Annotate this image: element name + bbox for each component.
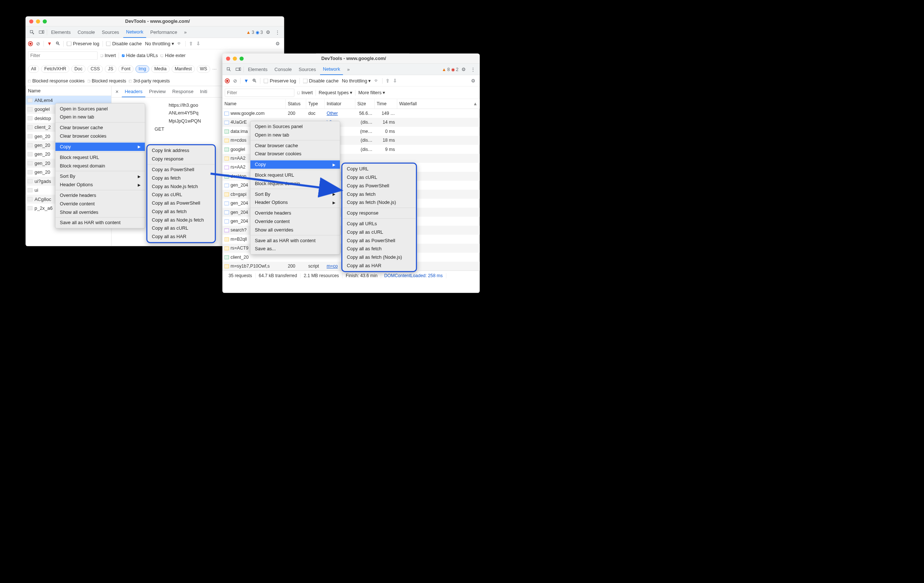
disable-cache-checkbox[interactable]: Disable cache <box>106 41 142 46</box>
menu-item-copy-all-urls[interactable]: Copy all URLs <box>343 220 416 228</box>
menu-item-copy-url[interactable]: Copy URL <box>343 165 416 173</box>
inspect-icon[interactable] <box>225 65 233 73</box>
copy-submenu-right[interactable]: Copy URLCopy as cURLCopy as PowerShellCo… <box>342 163 417 272</box>
filter-pill-all[interactable]: All <box>28 66 39 73</box>
third-party-checkbox[interactable]: 3rd-party requests <box>129 78 170 84</box>
device-icon[interactable] <box>38 28 46 36</box>
menu-item-copy-all-as-fetch[interactable]: Copy all as fetch <box>343 245 416 253</box>
filter-icon[interactable]: ▼ <box>244 78 249 84</box>
subtab-response[interactable]: Response <box>169 86 196 97</box>
menu-item-block-request-url[interactable]: Block request URL <box>251 171 340 180</box>
col-waterfall[interactable]: Waterfall▲ <box>397 99 480 109</box>
device-icon[interactable] <box>234 65 243 73</box>
menu-item-override-content[interactable]: Override content <box>251 217 340 226</box>
blocked-cookies-checkbox[interactable]: Blocked response cookies <box>28 78 85 84</box>
minimize-light[interactable] <box>36 19 40 23</box>
context-menu-left[interactable]: Open in Sources panelOpen in new tabClea… <box>55 103 145 228</box>
kebab-icon[interactable]: ⋮ <box>274 30 282 35</box>
errors-badge[interactable]: ◉2 <box>451 67 459 72</box>
panel-gear-icon[interactable]: ⚙ <box>469 78 477 84</box>
name-column-header[interactable]: Name <box>25 86 111 96</box>
menu-item-copy[interactable]: Copy▶ <box>251 160 340 169</box>
col-time[interactable]: Time <box>375 99 397 109</box>
menu-item-header-options[interactable]: Header Options▶ <box>55 181 145 189</box>
menu-item-open-in-new-tab[interactable]: Open in new tab <box>55 113 145 122</box>
zoom-light[interactable] <box>239 56 243 60</box>
request-types-dropdown[interactable]: Request types ▾ <box>318 90 352 96</box>
menu-item-sort-by[interactable]: Sort By▶ <box>251 190 340 198</box>
menu-item-copy-link-address[interactable]: Copy link address <box>147 147 215 155</box>
menu-item-show-all-overrides[interactable]: Show all overrides <box>55 208 145 216</box>
tab-elements[interactable]: Elements <box>245 64 270 75</box>
menu-item-copy-all-as-fetch--node-js-[interactable]: Copy all as fetch (Node.js) <box>343 253 416 262</box>
menu-item-copy-all-as-fetch[interactable]: Copy all as fetch <box>147 207 215 216</box>
wifi-icon[interactable]: ᯤ <box>374 78 379 84</box>
panel-gear-icon[interactable]: ⚙ <box>274 41 282 47</box>
tab-performance[interactable]: Performance <box>147 26 180 38</box>
wifi-icon[interactable]: ᯤ <box>177 41 182 47</box>
col-type[interactable]: Type <box>306 99 325 109</box>
search-icon[interactable]: 🔍︎ <box>55 41 60 47</box>
context-menu-right[interactable]: Open in Sources panelOpen in new tabClea… <box>250 121 340 255</box>
menu-item-clear-browser-cache[interactable]: Clear browser cache <box>55 124 145 132</box>
col-name[interactable]: Name <box>223 99 286 109</box>
col-initiator[interactable]: Initiator <box>325 99 355 109</box>
menu-item-save-all-as-har-with-content[interactable]: Save all as HAR with content <box>55 219 145 227</box>
tab-console[interactable]: Console <box>75 26 97 38</box>
menu-item-clear-browser-cookies[interactable]: Clear browser cookies <box>55 132 145 141</box>
filter-input[interactable] <box>28 51 97 59</box>
warnings-badge[interactable]: ▲3 <box>246 30 254 35</box>
menu-item-copy-all-as-powershell[interactable]: Copy all as PowerShell <box>147 199 215 208</box>
menu-item-copy-all-as-har[interactable]: Copy all as HAR <box>147 232 215 241</box>
upload-icon[interactable]: ⇧ <box>189 41 193 47</box>
close-light[interactable] <box>29 19 33 23</box>
subtab-headers[interactable]: Headers <box>122 86 145 97</box>
menu-item-override-headers[interactable]: Override headers <box>251 209 340 217</box>
menu-item-copy-as-powershell[interactable]: Copy as PowerShell <box>343 181 416 190</box>
menu-item-clear-browser-cookies[interactable]: Clear browser cookies <box>251 150 340 158</box>
menu-item-open-in-sources-panel[interactable]: Open in Sources panel <box>55 105 145 113</box>
subtab-preview[interactable]: Preview <box>146 86 169 97</box>
filter-pill-media[interactable]: Media <box>151 66 170 73</box>
search-icon[interactable]: 🔍︎ <box>252 78 257 84</box>
kebab-icon[interactable]: ⋮ <box>469 67 477 72</box>
invert-checkbox[interactable]: Invert <box>297 90 313 96</box>
menu-item-copy-response[interactable]: Copy response <box>343 209 416 217</box>
zoom-light[interactable] <box>43 19 47 23</box>
menu-item-copy[interactable]: Copy▶ <box>55 142 145 151</box>
filter-pill-css[interactable]: CSS <box>87 66 103 73</box>
warnings-badge[interactable]: ▲8 <box>442 67 450 72</box>
download-icon[interactable]: ⇩ <box>393 78 397 84</box>
tab-sources[interactable]: Sources <box>296 64 318 75</box>
download-icon[interactable]: ⇩ <box>196 41 200 47</box>
preserve-log-checkbox[interactable]: Preserve log <box>67 41 99 46</box>
menu-item-copy-as-curl[interactable]: Copy as cURL <box>147 191 215 199</box>
menu-item-override-headers[interactable]: Override headers <box>55 191 145 199</box>
menu-item-block-request-domain[interactable]: Block request domain <box>251 179 340 188</box>
filter-pill-manifest[interactable]: Manifest <box>172 66 195 73</box>
menu-item-copy-as-powershell[interactable]: Copy as PowerShell <box>147 166 215 174</box>
menu-item-copy-as-fetch[interactable]: Copy as fetch <box>147 174 215 182</box>
filter-pill-doc[interactable]: Doc <box>71 66 86 73</box>
menu-item-clear-browser-cache[interactable]: Clear browser cache <box>251 141 340 150</box>
menu-item-copy-all-as-curl[interactable]: Copy all as cURL <box>343 228 416 236</box>
tab-more[interactable]: » <box>344 64 353 75</box>
close-icon[interactable]: × <box>113 88 121 95</box>
invert-checkbox[interactable]: Invert <box>101 53 116 58</box>
menu-item-save-all-as-har-with-content[interactable]: Save all as HAR with content <box>251 236 340 245</box>
menu-item-copy-as-fetch--node-js-[interactable]: Copy as fetch (Node.js) <box>343 198 416 207</box>
menu-item-sort-by[interactable]: Sort By▶ <box>55 172 145 181</box>
tab-network[interactable]: Network <box>320 64 343 75</box>
tab-network[interactable]: Network <box>123 26 146 38</box>
copy-submenu-left[interactable]: Copy link addressCopy responseCopy as Po… <box>146 144 216 243</box>
filter-pill-ws[interactable]: WS <box>197 66 210 73</box>
filter-pill-font[interactable]: Font <box>118 66 133 73</box>
filter-pill-fetchxhr[interactable]: Fetch/XHR <box>41 66 69 73</box>
tab-console[interactable]: Console <box>272 64 295 75</box>
menu-item-header-options[interactable]: Header Options▶ <box>251 198 340 207</box>
hide-data-urls-checkbox[interactable]: Hide data URLs <box>122 53 158 58</box>
hide-extensions-checkbox[interactable]: Hide exter <box>160 53 185 58</box>
disable-cache-checkbox[interactable]: Disable cache <box>303 78 338 84</box>
menu-item-copy-as-node-js-fetch[interactable]: Copy as Node.js fetch <box>147 182 215 191</box>
inspect-icon[interactable] <box>28 28 36 36</box>
